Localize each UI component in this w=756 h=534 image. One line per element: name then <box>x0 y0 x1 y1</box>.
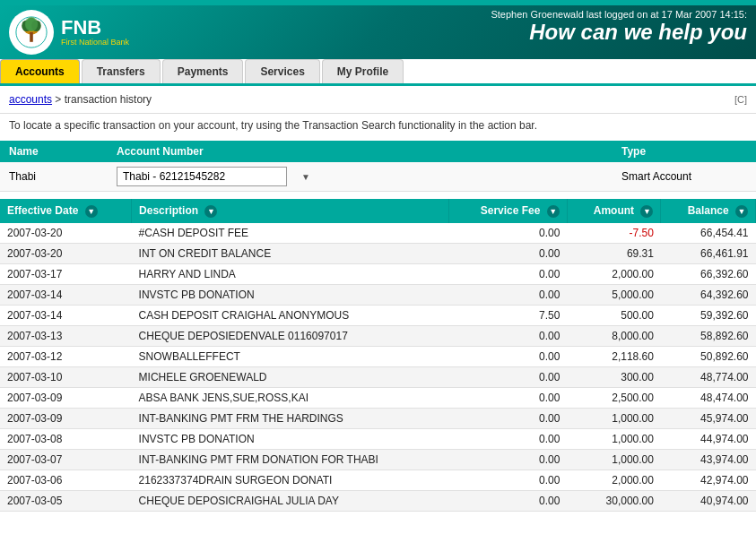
cell-date: 2007-03-17 <box>0 263 132 284</box>
cell-description: #CASH DEPOSIT FEE <box>132 223 449 244</box>
transactions-header: Effective Date ▼ Description ▼ Service F… <box>0 199 756 223</box>
account-select-wrap: Thabi - 62121545282 ▼ <box>117 167 314 186</box>
cell-description: CHEQUE DEPOSIEDENVALE 0116097017 <box>132 325 449 346</box>
cell-date: 2007-03-05 <box>0 490 132 511</box>
table-row: 2007-03-20 #CASH DEPOSIT FEE 0.00 -7.50 … <box>0 223 756 244</box>
breadcrumb: accounts > transaction history <box>9 93 152 106</box>
cell-date: 2007-03-07 <box>0 449 132 469</box>
cell-balance: 66,454.41 <box>661 223 756 244</box>
col-type-header: Type <box>621 145 747 158</box>
accounts-link[interactable]: accounts <box>9 93 52 106</box>
table-row: 2007-03-09 INT-BANKING PMT FRM THE HARDI… <box>0 408 756 428</box>
cell-amount: 8,000.00 <box>567 325 661 346</box>
cell-service-fee: 0.00 <box>449 408 567 428</box>
cell-amount: 5,000.00 <box>567 284 661 305</box>
sort-desc-icon[interactable]: ▼ <box>204 205 217 218</box>
transactions-table: Effective Date ▼ Description ▼ Service F… <box>0 199 756 512</box>
tab-myprofile[interactable]: My Profile <box>322 59 404 83</box>
cell-amount: 30,000.00 <box>567 490 661 511</box>
cell-description: CASH DEPOSIT CRAIGHAL ANONYMOUS <box>132 305 449 325</box>
table-row: 2007-03-10 MICHELE GROENEWALD 0.00 300.0… <box>0 366 756 387</box>
account-type: Smart Account <box>621 170 747 183</box>
transactions-body: 2007-03-20 #CASH DEPOSIT FEE 0.00 -7.50 … <box>0 223 756 512</box>
table-row: 2007-03-07 INT-BANKING PMT FRM DONATION … <box>0 449 756 469</box>
login-info: Stephen Groenewald last logged on at 17 … <box>491 9 747 20</box>
breadcrumb-bar: accounts > transaction history [C] <box>0 86 756 114</box>
fnb-brand-label: FNB <box>61 18 129 38</box>
nav-bar: Accounts Transfers Payments Services My … <box>0 59 756 86</box>
cell-amount: 500.00 <box>567 305 661 325</box>
tab-payments[interactable]: Payments <box>162 59 244 83</box>
cell-description: INVSTC PB DONATION <box>132 284 449 305</box>
table-row: 2007-03-09 ABSA BANK JENS,SUE,ROSS,KAI 0… <box>0 387 756 408</box>
cell-amount: 1,000.00 <box>567 408 661 428</box>
cell-date: 2007-03-09 <box>0 387 132 408</box>
cell-date: 2007-03-14 <box>0 284 132 305</box>
header: FNB First National Bank How can we help … <box>0 5 756 59</box>
cell-amount: 2,118.60 <box>567 346 661 366</box>
svg-rect-5 <box>30 32 33 42</box>
dropdown-arrow-icon: ▼ <box>301 172 310 182</box>
fnb-text-area: FNB First National Bank <box>61 18 129 47</box>
cell-amount: 2,000.00 <box>567 263 661 284</box>
cell-service-fee: 0.00 <box>449 263 567 284</box>
col-amount-header: Amount ▼ <box>567 199 661 223</box>
account-name: Thabi <box>9 170 117 183</box>
sort-balance-icon[interactable]: ▼ <box>735 205 748 218</box>
table-row: 2007-03-14 INVSTC PB DONATION 0.00 5,000… <box>0 284 756 305</box>
sort-fee-icon[interactable]: ▼ <box>547 205 560 218</box>
fnb-sub-label: First National Bank <box>61 38 129 47</box>
tab-services[interactable]: Services <box>245 59 319 83</box>
cell-balance: 66,392.60 <box>661 263 756 284</box>
cell-description: ABSA BANK JENS,SUE,ROSS,KAI <box>132 387 449 408</box>
tab-accounts[interactable]: Accounts <box>0 59 80 83</box>
cell-date: 2007-03-20 <box>0 243 132 263</box>
cell-amount: 300.00 <box>567 366 661 387</box>
tab-transfers[interactable]: Transfers <box>82 59 161 83</box>
logo-circle <box>9 10 54 55</box>
col-name-header: Name <box>9 145 117 158</box>
breadcrumb-path: > transaction history <box>52 93 152 106</box>
cell-date: 2007-03-06 <box>0 469 132 490</box>
cell-balance: 48,774.00 <box>661 366 756 387</box>
cell-amount: -7.50 <box>567 223 661 244</box>
breadcrumb-code: [C] <box>734 94 747 105</box>
cell-date: 2007-03-10 <box>0 366 132 387</box>
account-table-header: Name Account Number Type <box>0 141 756 162</box>
cell-amount: 1,000.00 <box>567 449 661 469</box>
cell-balance: 66,461.91 <box>661 243 756 263</box>
cell-balance: 48,474.00 <box>661 387 756 408</box>
cell-balance: 50,892.60 <box>661 346 756 366</box>
cell-date: 2007-03-08 <box>0 428 132 449</box>
col-date-header: Effective Date ▼ <box>0 199 132 223</box>
cell-service-fee: 0.00 <box>449 366 567 387</box>
cell-balance: 44,974.00 <box>661 428 756 449</box>
cell-description: INVSTC PB DONATION <box>132 428 449 449</box>
sort-date-icon[interactable]: ▼ <box>85 205 98 218</box>
account-dropdown[interactable]: Thabi - 62121545282 <box>117 167 287 186</box>
cell-date: 2007-03-13 <box>0 325 132 346</box>
cell-service-fee: 0.00 <box>449 490 567 511</box>
logo-area: FNB First National Bank <box>9 10 129 55</box>
cell-amount: 69.31 <box>567 243 661 263</box>
spacer <box>0 192 756 199</box>
table-row: 2007-03-08 INVSTC PB DONATION 0.00 1,000… <box>0 428 756 449</box>
cell-description: MICHELE GROENEWALD <box>132 366 449 387</box>
cell-balance: 59,392.60 <box>661 305 756 325</box>
cell-balance: 64,392.60 <box>661 284 756 305</box>
cell-amount: 1,000.00 <box>567 428 661 449</box>
cell-service-fee: 0.00 <box>449 284 567 305</box>
account-section: Name Account Number Type Thabi Thabi - 6… <box>0 141 756 192</box>
cell-date: 2007-03-20 <box>0 223 132 244</box>
table-row: 2007-03-20 INT ON CREDIT BALANCE 0.00 69… <box>0 243 756 263</box>
sort-amount-icon[interactable]: ▼ <box>640 205 653 218</box>
svg-point-6 <box>25 17 38 31</box>
col-accnum-header: Account Number <box>117 145 314 158</box>
cell-description: 2162337374DRAIN SURGEON DONATI <box>132 469 449 490</box>
cell-description: INT-BANKING PMT FRM THE HARDINGS <box>132 408 449 428</box>
cell-service-fee: 0.00 <box>449 428 567 449</box>
info-text: To locate a specific transaction on your… <box>0 114 756 141</box>
cell-service-fee: 0.00 <box>449 387 567 408</box>
cell-service-fee: 0.00 <box>449 223 567 244</box>
cell-description: INT-BANKING PMT FRM DONATION FOR THABI <box>132 449 449 469</box>
